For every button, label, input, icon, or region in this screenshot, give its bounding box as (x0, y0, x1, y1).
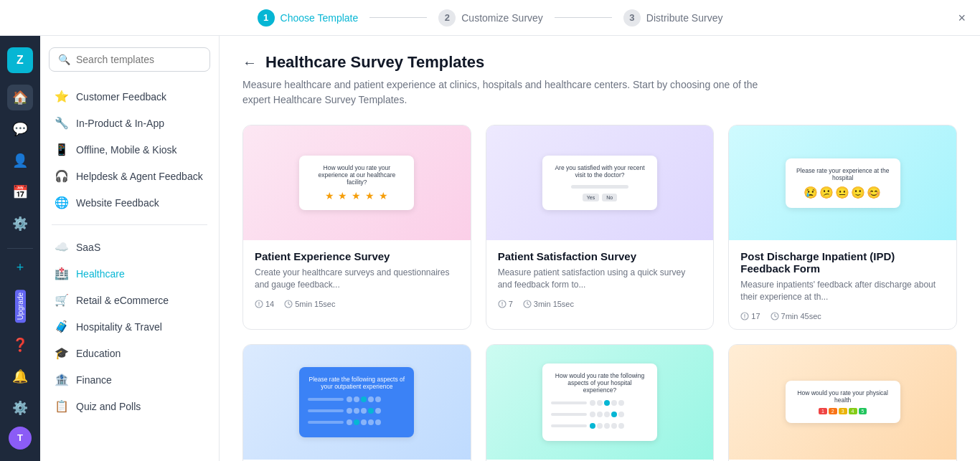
mini-survey-5: How would you rate the following aspects… (542, 363, 657, 441)
template-card-healthcare-assessment[interactable]: How would you rate your physical health … (728, 344, 957, 461)
nav-plus[interactable]: + (7, 255, 33, 280)
card-preview-4: Please rate the following aspects of you… (243, 345, 471, 460)
secondary-categories: ☁️ SaaS 🏥 Healthcare 🛒 Retail & eCommerc… (40, 234, 219, 419)
card-questions-2: 7 (498, 300, 513, 308)
step-line-1 (369, 17, 427, 18)
cat-finance[interactable]: 🏦 Finance (40, 366, 219, 393)
mini-survey-3: Please rate your experience at the hospi… (786, 158, 900, 208)
cat-website-label: Website Feedback (76, 197, 159, 209)
card-time-1: 5min 15sec (284, 300, 335, 308)
card-name-1: Patient Experience Survey (255, 250, 459, 262)
nav-calendar[interactable]: 📅 (7, 179, 33, 205)
card-body-1: Patient Experience Survey Create your he… (243, 240, 471, 317)
search-icon: 🔍 (58, 54, 70, 65)
nav-user[interactable]: 👤 (7, 148, 33, 174)
cat-offline-icon: 📱 (55, 143, 69, 156)
cat-in-product[interactable]: 🔧 In-Product & In-App (40, 110, 219, 136)
nav-help[interactable]: ❓ (7, 332, 33, 358)
mini-survey-1: How would you rate your experience at ou… (299, 156, 414, 210)
nav-notifications[interactable]: 🔔 (7, 363, 33, 389)
card-preview-1: How would you rate your experience at ou… (243, 125, 471, 240)
template-card-hospital-satisfaction[interactable]: How would you rate the following aspects… (486, 344, 715, 461)
cat-helpdesk[interactable]: 🎧 Helpdesk & Agent Feedback (40, 163, 219, 189)
primary-categories: ⭐ Customer Feedback 🔧 In-Product & In-Ap… (40, 83, 219, 216)
step-3: 3 Distribute Survey (623, 9, 723, 27)
cat-customer-icon: ⭐ (55, 90, 69, 103)
card-preview-6: How would you rate your physical health … (729, 345, 956, 460)
card-desc-3: Measure inpatients' feedback after disch… (740, 279, 945, 303)
back-button[interactable]: ← (242, 54, 257, 71)
close-button[interactable]: × (958, 10, 966, 25)
cat-education-label: Education (76, 348, 121, 359)
category-sidebar: 🔍 ⭐ Customer Feedback 🔧 In-Product & In-… (40, 36, 220, 461)
card-meta-3: 17 7min 45sec (740, 312, 945, 320)
step-1-num: 1 (258, 9, 275, 27)
card-time-3: 7min 45sec (771, 312, 821, 320)
search-box[interactable]: 🔍 (49, 47, 210, 72)
icon-sidebar: Z 🏠 💬 👤 📅 ⚙️ + Upgrade ❓ 🔔 ⚙️ T (0, 36, 40, 461)
avatar[interactable]: T (9, 427, 32, 450)
template-card-outpatient[interactable]: Please rate the following aspects of you… (242, 344, 471, 461)
card-meta-1: 14 5min 15sec (255, 300, 459, 308)
cat-retail[interactable]: 🛒 Retail & eCommerce (40, 287, 219, 313)
cat-quiz[interactable]: 📋 Quiz and Polls (40, 393, 219, 419)
cat-website-icon: 🌐 (55, 196, 69, 209)
card-preview-3: Please rate your experience at the hospi… (729, 125, 956, 240)
card-meta-2: 7 3min 15sec (498, 300, 702, 308)
cat-website[interactable]: 🌐 Website Feedback (40, 189, 219, 216)
steps-container: 1 Choose Template 2 Customize Survey 3 D… (258, 9, 723, 27)
step-line-2 (555, 17, 612, 18)
cat-inproduct-icon: 🔧 (55, 116, 69, 130)
cat-healthcare-icon: 🏥 (55, 267, 69, 280)
step-1: 1 Choose Template (258, 9, 359, 27)
template-card-patient-experience[interactable]: How would you rate your experience at ou… (242, 125, 471, 330)
cat-finance-label: Finance (76, 374, 112, 386)
cat-inproduct-label: In-Product & In-App (76, 118, 164, 129)
nav-settings[interactable]: ⚙️ (7, 395, 33, 421)
main-content: ← Healthcare Survey Templates Measure he… (220, 36, 980, 461)
template-card-post-discharge[interactable]: Please rate your experience at the hospi… (728, 125, 957, 330)
cat-hospitality[interactable]: 🧳 Hospitality & Travel (40, 313, 219, 340)
upgrade-badge[interactable]: Upgrade (15, 290, 26, 323)
step-1-label: Choose Template (281, 12, 359, 24)
card-preview-2: Are you satisfied with your recent visit… (486, 125, 714, 240)
nav-bottom: ❓ 🔔 ⚙️ T (7, 332, 33, 450)
search-input[interactable] (76, 54, 201, 65)
cat-offline-label: Offline, Mobile & Kiosk (76, 144, 177, 156)
page-description: Measure healthcare and patient experienc… (242, 77, 788, 108)
nav-chat[interactable]: 💬 (7, 116, 33, 142)
cat-retail-icon: 🛒 (55, 293, 69, 307)
cat-education[interactable]: 🎓 Education (40, 340, 219, 366)
cat-retail-label: Retail & eCommerce (76, 295, 169, 306)
cat-quiz-icon: 📋 (55, 399, 69, 413)
main-layout: Z 🏠 💬 👤 📅 ⚙️ + Upgrade ❓ 🔔 ⚙️ T 🔍 ⭐ Cust… (0, 36, 980, 461)
cat-saas[interactable]: ☁️ SaaS (40, 234, 219, 260)
logo: Z (7, 47, 33, 73)
mini-survey-2: Are you satisfied with your recent visit… (542, 156, 657, 210)
cat-healthcare[interactable]: 🏥 Healthcare (40, 260, 219, 287)
card-body-3: Post Discharge Inpatient (IPD) Feedback … (729, 240, 956, 329)
nav-apps[interactable]: ⚙️ (7, 211, 33, 237)
cat-finance-icon: 🏦 (55, 373, 69, 386)
nav-home[interactable]: 🏠 (7, 85, 33, 110)
card-questions-3: 17 (740, 312, 760, 320)
cat-saas-icon: ☁️ (55, 240, 69, 254)
cat-offline[interactable]: 📱 Offline, Mobile & Kiosk (40, 136, 219, 163)
cat-customer-feedback[interactable]: ⭐ Customer Feedback (40, 83, 219, 110)
cat-helpdesk-label: Helpdesk & Agent Feedback (76, 171, 203, 182)
step-3-num: 3 (623, 9, 641, 27)
card-preview-5: How would you rate the following aspects… (486, 345, 714, 460)
card-name-3: Post Discharge Inpatient (IPD) Feedback … (740, 250, 945, 275)
card-body-2: Patient Satisfaction Survey Measure pati… (486, 240, 714, 317)
cat-helpdesk-icon: 🎧 (55, 169, 69, 183)
category-divider (52, 224, 207, 225)
step-2-label: Customize Survey (461, 12, 543, 24)
cat-saas-label: SaaS (76, 242, 100, 253)
cat-hospitality-label: Hospitality & Travel (76, 321, 162, 333)
card-name-2: Patient Satisfaction Survey (498, 250, 702, 262)
card-questions-1: 14 (255, 300, 274, 308)
card-desc-2: Measure patient satisfaction using a qui… (498, 267, 702, 291)
template-card-patient-satisfaction[interactable]: Are you satisfied with your recent visit… (486, 125, 715, 330)
step-3-label: Distribute Survey (646, 12, 723, 24)
cat-education-icon: 🎓 (55, 346, 69, 360)
